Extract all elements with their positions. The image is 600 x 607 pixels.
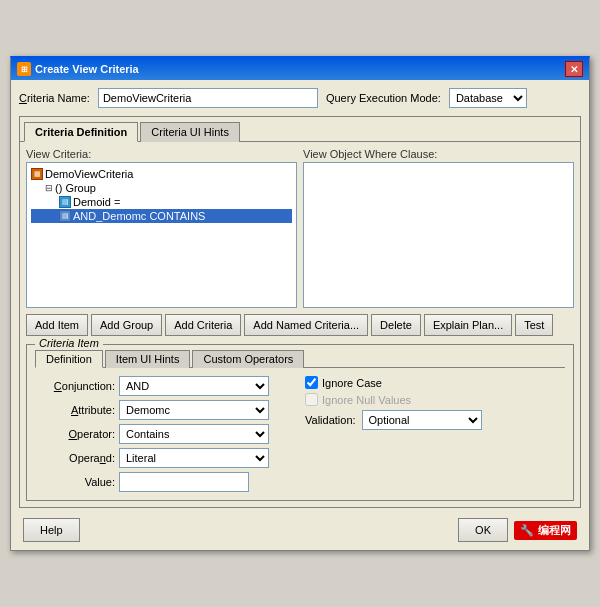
- close-button[interactable]: ✕: [565, 61, 583, 77]
- tree-item-0[interactable]: ▦ DemoViewCriteria: [31, 167, 292, 181]
- view-criteria-tree: ▦ DemoViewCriteria ⊟ () Group ▤: [26, 162, 297, 308]
- ignore-case-label: Ignore Case: [322, 377, 382, 389]
- explain-plan-button[interactable]: Explain Plan...: [424, 314, 512, 336]
- tab-content-criteria-definition: View Criteria: ▦ DemoViewCriteria ⊟ () G…: [20, 142, 580, 507]
- watermark-text: 编程网: [538, 523, 571, 538]
- inner-tab-custom-operators[interactable]: Custom Operators: [192, 350, 304, 368]
- attribute-label: Attribute:: [35, 404, 115, 416]
- tree-label-1: () Group: [55, 182, 96, 194]
- title-bar-left: ⊞ Create View Criteria: [17, 62, 139, 76]
- ignore-case-row: Ignore Case: [305, 376, 482, 389]
- add-criteria-button[interactable]: Add Criteria: [165, 314, 241, 336]
- operator-select[interactable]: Contains Equals StartsWith EndsWith Like: [119, 424, 269, 444]
- window-title: Create View Criteria: [35, 63, 139, 75]
- criteria-name-input[interactable]: [98, 88, 318, 108]
- left-pane-wrapper: View Criteria: ▦ DemoViewCriteria ⊟ () G…: [26, 148, 297, 308]
- tree-label-0: DemoViewCriteria: [45, 168, 133, 180]
- add-item-button[interactable]: Add Item: [26, 314, 88, 336]
- help-button[interactable]: Help: [23, 518, 80, 542]
- attr-icon-2: ▤: [59, 196, 71, 208]
- tree-item-1[interactable]: ⊟ () Group: [31, 181, 292, 195]
- watermark: 🔧 编程网: [514, 521, 577, 540]
- tree-item-2[interactable]: ▤ Demoid =: [31, 195, 292, 209]
- section-title: Criteria Item: [35, 337, 103, 349]
- right-pane-wrapper: View Object Where Clause:: [303, 148, 574, 308]
- main-tab-header: Criteria Definition Criteria UI Hints: [20, 117, 580, 142]
- grid-icon-0: ▦: [31, 168, 43, 180]
- criteria-name-label: Criteria Name:: [19, 92, 90, 104]
- conjunction-select[interactable]: AND OR: [119, 376, 269, 396]
- validation-select[interactable]: Optional Required Selectively Required: [362, 410, 482, 430]
- view-criteria-label: View Criteria:: [26, 148, 297, 160]
- test-button[interactable]: Test: [515, 314, 553, 336]
- operator-label: Operator:: [35, 428, 115, 440]
- watermark-icon: 🔧: [520, 524, 534, 537]
- inner-tab-definition[interactable]: Definition: [35, 350, 103, 368]
- criteria-name-row: Criteria Name: Query Execution Mode: Dat…: [19, 88, 581, 108]
- inner-tab-header: Definition Item UI Hints Custom Operator…: [35, 349, 565, 368]
- value-input[interactable]: [119, 472, 249, 492]
- main-tab-container: Criteria Definition Criteria UI Hints Vi…: [19, 116, 581, 508]
- criteria-item-section: Criteria Item Definition Item UI Hints C…: [26, 344, 574, 501]
- tree-label-2: Demoid =: [73, 196, 120, 208]
- tree-label-3: AND_Demomc CONTAINS: [73, 210, 205, 222]
- left-form: Conjunction: AND OR Attribute: Demomc Op…: [35, 376, 289, 492]
- add-named-criteria-button[interactable]: Add Named Criteria...: [244, 314, 368, 336]
- operand-select[interactable]: Literal Bind Variable: [119, 448, 269, 468]
- definition-content: Conjunction: AND OR Attribute: Demomc Op…: [35, 376, 565, 492]
- tab-criteria-definition[interactable]: Criteria Definition: [24, 122, 138, 142]
- footer-right: OK 🔧 编程网: [458, 518, 577, 542]
- expand-icon-1: ⊟: [45, 183, 53, 193]
- ignore-null-checkbox[interactable]: [305, 393, 318, 406]
- query-mode-label: Query Execution Mode:: [326, 92, 441, 104]
- value-label: Value:: [35, 476, 115, 488]
- window-body: Criteria Name: Query Execution Mode: Dat…: [11, 80, 589, 550]
- split-pane: View Criteria: ▦ DemoViewCriteria ⊟ () G…: [26, 148, 574, 308]
- tab-criteria-ui-hints[interactable]: Criteria UI Hints: [140, 122, 240, 142]
- footer-row: Help OK 🔧 编程网: [19, 518, 581, 542]
- conjunction-label: Conjunction:: [35, 380, 115, 392]
- where-clause-label: View Object Where Clause:: [303, 148, 574, 160]
- window-icon: ⊞: [17, 62, 31, 76]
- attribute-select[interactable]: Demomc: [119, 400, 269, 420]
- inner-tab-ui-hints[interactable]: Item UI Hints: [105, 350, 191, 368]
- ok-button[interactable]: OK: [458, 518, 508, 542]
- ignore-null-label: Ignore Null Values: [322, 394, 411, 406]
- query-mode-select[interactable]: Database In Memory Both: [449, 88, 527, 108]
- ignore-case-checkbox[interactable]: [305, 376, 318, 389]
- delete-button[interactable]: Delete: [371, 314, 421, 336]
- where-clause-pane: [303, 162, 574, 308]
- title-bar: ⊞ Create View Criteria ✕: [11, 58, 589, 80]
- operand-label: Operand:: [35, 452, 115, 464]
- validation-row: Validation: Optional Required Selectivel…: [305, 410, 482, 430]
- tree-item-3[interactable]: ▤ AND_Demomc CONTAINS: [31, 209, 292, 223]
- ignore-null-row: Ignore Null Values: [305, 393, 482, 406]
- right-panel: Ignore Case Ignore Null Values Validatio…: [305, 376, 482, 430]
- attr-icon-3: ▤: [59, 210, 71, 222]
- add-group-button[interactable]: Add Group: [91, 314, 162, 336]
- validation-label: Validation:: [305, 414, 356, 426]
- toolbar-row: Add Item Add Group Add Criteria Add Name…: [26, 314, 574, 336]
- main-window: ⊞ Create View Criteria ✕ Criteria Name: …: [10, 56, 590, 551]
